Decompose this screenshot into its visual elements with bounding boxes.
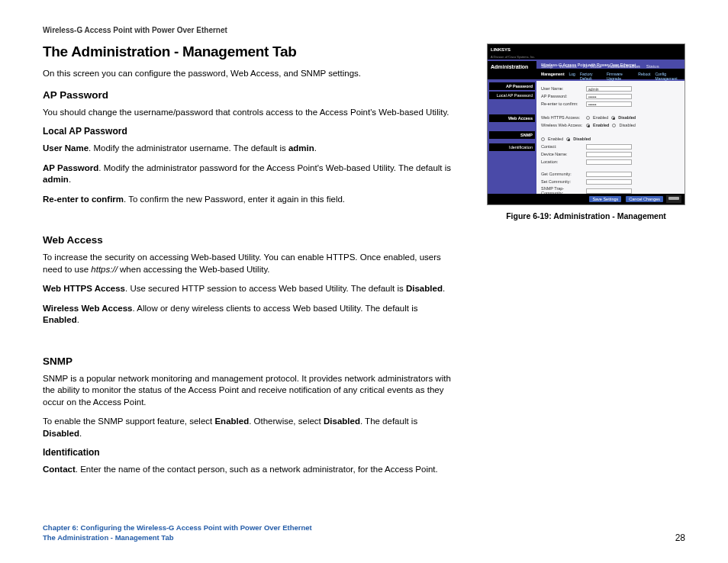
snmp-heading: SNMP bbox=[43, 355, 455, 367]
contact-line: Contact. Enter the name of the contact p… bbox=[43, 464, 455, 476]
figure-caption: Figure 6-19: Administration - Management bbox=[487, 211, 685, 220]
shot-form: User Name:admin AP Password:•••••• Re-en… bbox=[536, 81, 685, 194]
radio-icon bbox=[586, 116, 590, 120]
shot-brand: LINKSYS bbox=[488, 44, 685, 55]
reenter-label: Re-enter to confirm bbox=[43, 195, 124, 204]
main-column: The Administration - Management Tab On t… bbox=[43, 43, 455, 484]
shot-footer: Save Settings Cancel Changes bbox=[488, 194, 685, 204]
page-title: The Administration - Management Tab bbox=[43, 43, 455, 60]
running-header: Wireless-G Access Point with Power Over … bbox=[43, 26, 685, 34]
shot-left-nav: AP Password Local AP Password Web Access… bbox=[488, 81, 536, 194]
intro-text: On this screen you can configure the pas… bbox=[43, 68, 455, 80]
shot-save-button: Save Settings bbox=[589, 196, 621, 202]
figure-screenshot: LINKSYS A Division of Cisco Systems, Inc… bbox=[487, 43, 685, 205]
shot-main-tab: Administration bbox=[488, 64, 536, 69]
radio-icon bbox=[586, 124, 590, 127]
identification-heading: Identification bbox=[43, 447, 455, 458]
footer-left: Chapter 6: Configuring the Wireless-G Ac… bbox=[43, 523, 312, 543]
radio-icon bbox=[612, 124, 616, 127]
wireless-web-line: Wireless Web Access. Allow or deny wirel… bbox=[43, 303, 455, 327]
page-number: 28 bbox=[675, 532, 685, 543]
ap-password-label: AP Password bbox=[43, 163, 98, 172]
radio-icon bbox=[611, 116, 615, 120]
local-ap-password-heading: Local AP Password bbox=[43, 126, 455, 137]
ap-password-line: AP Password. Modify the administrator pa… bbox=[43, 162, 455, 186]
radio-icon bbox=[566, 137, 570, 141]
web-access-heading: Web Access bbox=[43, 234, 455, 246]
snmp-enable-line: To enable the SNMP support feature, sele… bbox=[43, 416, 455, 439]
shot-subbrand: A Division of Cisco Systems, Inc. bbox=[488, 55, 685, 60]
radio-icon bbox=[541, 137, 545, 141]
ap-password-desc: You should change the username/password … bbox=[43, 107, 455, 119]
https-line: Web HTTPS Access. Use secured HTTP sessi… bbox=[43, 283, 455, 295]
snmp-desc: SNMP is a popular network monitoring and… bbox=[43, 373, 455, 409]
ap-password-heading: AP Password bbox=[43, 89, 455, 101]
cisco-logo-icon bbox=[666, 195, 681, 203]
username-label: User Name bbox=[43, 143, 89, 153]
username-line: User Name. Modify the administrator user… bbox=[43, 143, 455, 155]
reenter-line: Re-enter to confirm. To confirm the new … bbox=[43, 194, 455, 206]
shot-subtabs: Management Log Factory Default Firmware … bbox=[488, 72, 685, 79]
figure-column: LINKSYS A Division of Cisco Systems, Inc… bbox=[487, 43, 685, 484]
shot-cancel-button: Cancel Changes bbox=[626, 196, 663, 202]
web-access-desc: To increase the security on accessing We… bbox=[43, 252, 455, 275]
